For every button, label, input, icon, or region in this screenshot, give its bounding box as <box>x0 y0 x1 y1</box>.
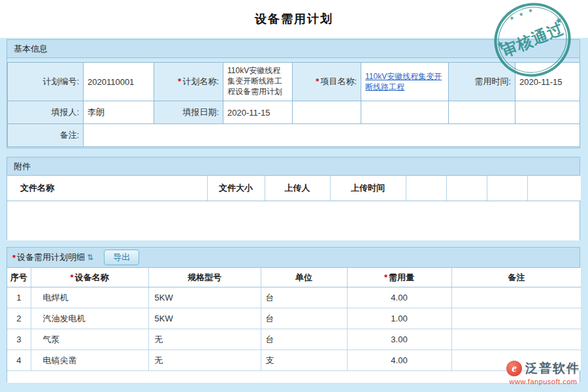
brand-name: 泛普软件 <box>525 360 580 377</box>
fanpu-logo-icon: e <box>506 361 522 376</box>
empty-cell <box>449 101 515 124</box>
cell-spec: 无 <box>148 329 261 350</box>
table-row: 4 电镐尖凿 无 支 4.00 <box>7 350 581 371</box>
title-bar: 设备需用计划 <box>0 0 588 38</box>
plan-name-value: 110kV安徽线程集变开断线路工程设备需用计划 <box>223 63 293 101</box>
col-upload-time: 上传时间 <box>330 176 406 201</box>
cell-no: 2 <box>7 308 31 329</box>
cell-name: 气泵 <box>31 329 148 350</box>
detail-header-row: 序号 *设备名称 规格型号 单位 *需用量 备注 <box>7 268 581 287</box>
basic-info-row-2: 填报人: 李朗 填报日期: 2020-11-15 <box>8 101 580 124</box>
empty-cell <box>293 101 361 124</box>
required-asterisk: * <box>316 76 319 86</box>
table-row: 3 气泵 无 台 3.00 <box>7 329 581 350</box>
project-name-label: *项目名称: <box>293 63 361 101</box>
col-spec: 规格型号 <box>148 268 261 287</box>
cell-no: 1 <box>7 287 31 308</box>
detail-title: 设备需用计划明细 <box>17 252 85 263</box>
detail-body: 序号 *设备名称 规格型号 单位 *需用量 备注 1 电焊机 5KW 台 4.0… <box>7 268 580 383</box>
cell-spec: 5KW <box>148 287 261 308</box>
reporter-label: 填报人: <box>8 101 84 124</box>
cell-no: 3 <box>7 329 31 350</box>
col-empty <box>487 176 527 201</box>
cell-remark <box>451 329 581 350</box>
detail-table: 序号 *设备名称 规格型号 单位 *需用量 备注 1 电焊机 5KW 台 4.0… <box>7 268 581 371</box>
basic-info-row-1: 计划编号: 2020110001 *计划名称: 110kV安徽线程集变开断线路工… <box>8 63 580 101</box>
required-asterisk: * <box>12 253 16 263</box>
report-date-label: 填报日期: <box>154 101 223 124</box>
required-asterisk: * <box>178 76 181 86</box>
col-file-name: 文件名称 <box>7 176 207 201</box>
cell-unit: 支 <box>261 350 347 371</box>
table-row: 1 电焊机 5KW 台 4.00 <box>7 287 581 308</box>
need-time-label: 需用时间: <box>449 63 515 101</box>
reporter-value: 李朗 <box>84 101 154 124</box>
remark-label: 备注: <box>8 124 84 147</box>
cell-unit: 台 <box>261 308 347 329</box>
required-asterisk: * <box>384 272 387 282</box>
detail-section: * 设备需用计划明细 ⇅ 导出 序号 *设备名称 规格型号 单位 *需用量 备注… <box>7 247 580 382</box>
brand-url: www.fanpusoft.com <box>506 378 580 385</box>
export-button[interactable]: 导出 <box>104 250 139 265</box>
col-qty: *需用量 <box>347 268 451 287</box>
project-link[interactable]: 110kV安徽线程集变开断线路工程 <box>365 71 444 92</box>
col-file-size: 文件大小 <box>207 176 265 201</box>
col-no: 序号 <box>7 268 31 287</box>
cell-unit: 台 <box>261 287 347 308</box>
cell-remark <box>451 287 581 308</box>
cell-name: 电镐尖凿 <box>31 350 148 371</box>
cell-unit: 台 <box>261 329 347 350</box>
plan-no-value: 2020110001 <box>84 63 154 101</box>
cell-name: 电焊机 <box>31 287 148 308</box>
col-uploader: 上传人 <box>265 176 330 201</box>
cell-qty: 3.00 <box>347 329 451 350</box>
cell-spec: 5KW <box>148 308 261 329</box>
attachments-header: 附件 <box>7 157 580 176</box>
cell-name: 汽油发电机 <box>31 308 148 329</box>
required-asterisk: * <box>70 272 73 282</box>
basic-info-section: 基本信息 计划编号: 2020110001 *计划名称: 110kV安徽线程集变… <box>7 39 580 148</box>
basic-info-header: 基本信息 <box>7 40 580 58</box>
col-remark: 备注 <box>451 268 581 287</box>
detail-toolbar: * 设备需用计划明细 ⇅ 导出 <box>7 248 580 268</box>
empty-cell <box>515 101 580 124</box>
cell-qty: 4.00 <box>347 287 451 308</box>
page-title: 设备需用计划 <box>255 11 333 27</box>
fanpu-logo: e 泛普软件 www.fanpusoft.com <box>506 360 580 385</box>
cell-qty: 4.00 <box>347 350 451 371</box>
col-empty <box>527 176 581 201</box>
col-empty <box>446 176 487 201</box>
attachments-table: 文件名称 文件大小 上传人 上传时间 <box>7 176 581 201</box>
col-equipment-name: *设备名称 <box>31 268 148 287</box>
remark-value <box>84 124 580 147</box>
basic-info-table: 计划编号: 2020110001 *计划名称: 110kV安徽线程集变开断线路工… <box>7 62 580 147</box>
cell-remark <box>451 308 581 329</box>
plan-name-label: *计划名称: <box>154 63 223 101</box>
project-name-value: 110kV安徽线程集变开断线路工程 <box>361 63 449 101</box>
basic-info-row-3: 备注: <box>8 124 580 147</box>
sort-icon[interactable]: ⇅ <box>87 253 93 262</box>
cell-no: 4 <box>7 350 31 371</box>
attachments-section: 附件 文件名称 文件大小 上传人 上传时间 <box>7 157 580 240</box>
attachments-header-row: 文件名称 文件大小 上传人 上传时间 <box>7 176 581 201</box>
report-date-value: 2020-11-15 <box>223 101 293 124</box>
col-empty <box>406 176 446 201</box>
empty-cell <box>361 101 449 124</box>
plan-no-label: 计划编号: <box>8 63 84 101</box>
cell-spec: 无 <box>148 350 261 371</box>
need-time-value: 2020-11-15 <box>515 63 580 101</box>
attachments-body: 文件名称 文件大小 上传人 上传时间 <box>7 176 580 240</box>
table-row: 2 汽油发电机 5KW 台 1.00 <box>7 308 581 329</box>
cell-qty: 1.00 <box>347 308 451 329</box>
col-unit: 单位 <box>261 268 347 287</box>
